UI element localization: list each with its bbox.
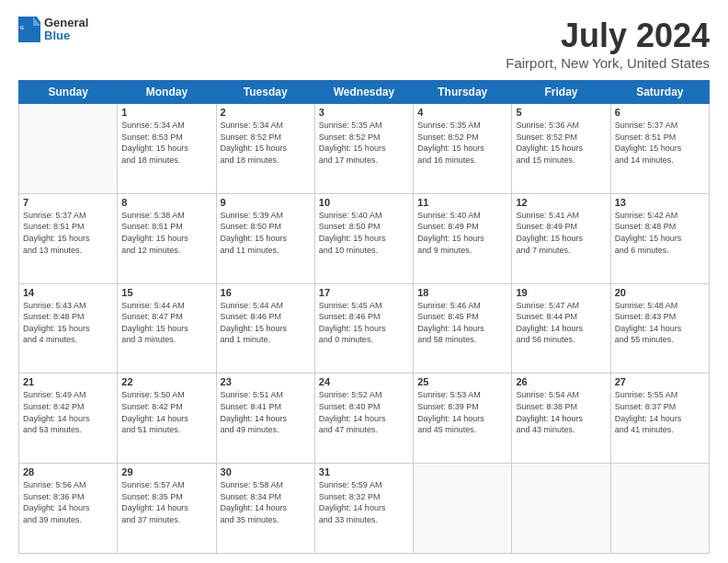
day-number: 18 bbox=[417, 287, 507, 298]
day-details: Sunrise: 5:38 AM Sunset: 8:51 PM Dayligh… bbox=[121, 210, 211, 256]
day-header-thursday: Thursday bbox=[414, 81, 512, 104]
day-number: 24 bbox=[319, 376, 409, 387]
day-details: Sunrise: 5:53 AM Sunset: 8:39 PM Dayligh… bbox=[417, 389, 507, 435]
day-number: 20 bbox=[615, 287, 705, 298]
calendar-cell: 31Sunrise: 5:59 AM Sunset: 8:32 PM Dayli… bbox=[314, 464, 413, 554]
day-details: Sunrise: 5:43 AM Sunset: 8:48 PM Dayligh… bbox=[23, 300, 113, 346]
day-details: Sunrise: 5:49 AM Sunset: 8:42 PM Dayligh… bbox=[23, 389, 113, 435]
calendar-cell: 2Sunrise: 5:34 AM Sunset: 8:52 PM Daylig… bbox=[216, 104, 314, 194]
day-number: 2 bbox=[221, 107, 311, 118]
day-header-tuesday: Tuesday bbox=[216, 81, 314, 104]
day-details: Sunrise: 5:45 AM Sunset: 8:46 PM Dayligh… bbox=[319, 300, 409, 346]
calendar-cell: 28Sunrise: 5:56 AM Sunset: 8:36 PM Dayli… bbox=[19, 464, 118, 554]
calendar-cell: 7Sunrise: 5:37 AM Sunset: 8:51 PM Daylig… bbox=[19, 193, 118, 283]
day-number: 17 bbox=[319, 287, 409, 298]
day-number: 25 bbox=[417, 376, 507, 387]
calendar-cell: 12Sunrise: 5:41 AM Sunset: 8:49 PM Dayli… bbox=[512, 193, 610, 283]
calendar-cell: 18Sunrise: 5:46 AM Sunset: 8:45 PM Dayli… bbox=[414, 283, 512, 373]
day-details: Sunrise: 5:34 AM Sunset: 8:53 PM Dayligh… bbox=[121, 120, 211, 166]
calendar-week-3: 14Sunrise: 5:43 AM Sunset: 8:48 PM Dayli… bbox=[19, 283, 710, 373]
day-details: Sunrise: 5:35 AM Sunset: 8:52 PM Dayligh… bbox=[417, 120, 507, 166]
calendar-cell: 20Sunrise: 5:48 AM Sunset: 8:43 PM Dayli… bbox=[610, 283, 709, 373]
logo-blue: Blue bbox=[44, 29, 88, 42]
day-number: 15 bbox=[121, 287, 211, 298]
day-number: 22 bbox=[121, 376, 211, 387]
day-number: 16 bbox=[221, 287, 311, 298]
calendar-title: July 2024 bbox=[506, 17, 710, 55]
calendar-cell: 27Sunrise: 5:55 AM Sunset: 8:37 PM Dayli… bbox=[610, 373, 709, 464]
calendar-cell: 11Sunrise: 5:40 AM Sunset: 8:49 PM Dayli… bbox=[414, 193, 512, 283]
page: G General Blue July 2024 Fairport, New Y… bbox=[0, 0, 728, 563]
day-details: Sunrise: 5:54 AM Sunset: 8:38 PM Dayligh… bbox=[516, 389, 606, 435]
day-details: Sunrise: 5:50 AM Sunset: 8:42 PM Dayligh… bbox=[121, 389, 211, 435]
day-details: Sunrise: 5:40 AM Sunset: 8:49 PM Dayligh… bbox=[417, 210, 507, 256]
day-details: Sunrise: 5:55 AM Sunset: 8:37 PM Dayligh… bbox=[615, 389, 705, 435]
day-details: Sunrise: 5:57 AM Sunset: 8:35 PM Dayligh… bbox=[121, 479, 211, 525]
day-number: 19 bbox=[516, 287, 606, 298]
calendar-cell bbox=[414, 464, 512, 554]
day-details: Sunrise: 5:52 AM Sunset: 8:40 PM Dayligh… bbox=[319, 389, 409, 435]
calendar-cell: 29Sunrise: 5:57 AM Sunset: 8:35 PM Dayli… bbox=[118, 464, 216, 554]
calendar-cell: 5Sunrise: 5:36 AM Sunset: 8:52 PM Daylig… bbox=[512, 104, 610, 194]
day-details: Sunrise: 5:58 AM Sunset: 8:34 PM Dayligh… bbox=[221, 479, 311, 525]
calendar-cell: 23Sunrise: 5:51 AM Sunset: 8:41 PM Dayli… bbox=[216, 373, 314, 464]
title-block: July 2024 Fairport, New York, United Sta… bbox=[506, 17, 710, 71]
calendar-week-5: 28Sunrise: 5:56 AM Sunset: 8:36 PM Dayli… bbox=[19, 464, 710, 554]
day-number: 10 bbox=[319, 197, 409, 208]
logo-icon: G bbox=[18, 17, 40, 42]
day-details: Sunrise: 5:39 AM Sunset: 8:50 PM Dayligh… bbox=[221, 210, 311, 256]
day-details: Sunrise: 5:40 AM Sunset: 8:50 PM Dayligh… bbox=[319, 210, 409, 256]
logo: G General Blue bbox=[18, 17, 88, 43]
day-header-monday: Monday bbox=[118, 81, 216, 104]
day-details: Sunrise: 5:44 AM Sunset: 8:47 PM Dayligh… bbox=[121, 300, 211, 346]
day-details: Sunrise: 5:37 AM Sunset: 8:51 PM Dayligh… bbox=[23, 210, 113, 256]
calendar-cell: 21Sunrise: 5:49 AM Sunset: 8:42 PM Dayli… bbox=[19, 373, 118, 464]
day-number: 8 bbox=[121, 197, 211, 208]
day-number: 26 bbox=[516, 376, 606, 387]
day-header-friday: Friday bbox=[512, 81, 610, 104]
day-number: 9 bbox=[221, 197, 311, 208]
day-details: Sunrise: 5:34 AM Sunset: 8:52 PM Dayligh… bbox=[221, 120, 311, 166]
calendar-cell: 17Sunrise: 5:45 AM Sunset: 8:46 PM Dayli… bbox=[314, 283, 413, 373]
calendar-cell: 22Sunrise: 5:50 AM Sunset: 8:42 PM Dayli… bbox=[118, 373, 216, 464]
calendar-cell bbox=[19, 104, 118, 194]
day-number: 21 bbox=[23, 376, 113, 387]
day-header-saturday: Saturday bbox=[610, 81, 709, 104]
day-number: 5 bbox=[516, 107, 606, 118]
calendar-cell: 24Sunrise: 5:52 AM Sunset: 8:40 PM Dayli… bbox=[314, 373, 413, 464]
calendar-header-row: SundayMondayTuesdayWednesdayThursdayFrid… bbox=[19, 81, 710, 104]
calendar-subtitle: Fairport, New York, United States bbox=[506, 55, 710, 71]
logo-text: General Blue bbox=[44, 17, 88, 43]
calendar-cell: 8Sunrise: 5:38 AM Sunset: 8:51 PM Daylig… bbox=[118, 193, 216, 283]
day-number: 3 bbox=[319, 107, 409, 118]
calendar-cell: 30Sunrise: 5:58 AM Sunset: 8:34 PM Dayli… bbox=[216, 464, 314, 554]
day-number: 13 bbox=[615, 197, 705, 208]
calendar-cell bbox=[610, 464, 709, 554]
day-details: Sunrise: 5:37 AM Sunset: 8:51 PM Dayligh… bbox=[615, 120, 705, 166]
day-header-wednesday: Wednesday bbox=[314, 81, 413, 104]
header: G General Blue July 2024 Fairport, New Y… bbox=[18, 17, 710, 71]
calendar-cell: 16Sunrise: 5:44 AM Sunset: 8:46 PM Dayli… bbox=[216, 283, 314, 373]
calendar-week-4: 21Sunrise: 5:49 AM Sunset: 8:42 PM Dayli… bbox=[19, 373, 710, 464]
calendar-cell: 9Sunrise: 5:39 AM Sunset: 8:50 PM Daylig… bbox=[216, 193, 314, 283]
day-number: 1 bbox=[121, 107, 211, 118]
calendar-cell: 26Sunrise: 5:54 AM Sunset: 8:38 PM Dayli… bbox=[512, 373, 610, 464]
svg-text:G: G bbox=[20, 25, 24, 30]
calendar-cell: 6Sunrise: 5:37 AM Sunset: 8:51 PM Daylig… bbox=[610, 104, 709, 194]
day-number: 29 bbox=[121, 466, 211, 477]
day-details: Sunrise: 5:46 AM Sunset: 8:45 PM Dayligh… bbox=[417, 300, 507, 346]
calendar-cell: 3Sunrise: 5:35 AM Sunset: 8:52 PM Daylig… bbox=[314, 104, 413, 194]
day-number: 12 bbox=[516, 197, 606, 208]
day-details: Sunrise: 5:36 AM Sunset: 8:52 PM Dayligh… bbox=[516, 120, 606, 166]
day-number: 7 bbox=[23, 197, 113, 208]
day-number: 27 bbox=[615, 376, 705, 387]
day-details: Sunrise: 5:59 AM Sunset: 8:32 PM Dayligh… bbox=[319, 479, 409, 525]
calendar-cell: 13Sunrise: 5:42 AM Sunset: 8:48 PM Dayli… bbox=[610, 193, 709, 283]
calendar-week-2: 7Sunrise: 5:37 AM Sunset: 8:51 PM Daylig… bbox=[19, 193, 710, 283]
day-number: 30 bbox=[221, 466, 311, 477]
calendar-cell bbox=[512, 464, 610, 554]
day-details: Sunrise: 5:41 AM Sunset: 8:49 PM Dayligh… bbox=[516, 210, 606, 256]
day-details: Sunrise: 5:51 AM Sunset: 8:41 PM Dayligh… bbox=[221, 389, 311, 435]
day-number: 4 bbox=[417, 107, 507, 118]
day-details: Sunrise: 5:56 AM Sunset: 8:36 PM Dayligh… bbox=[23, 479, 113, 525]
